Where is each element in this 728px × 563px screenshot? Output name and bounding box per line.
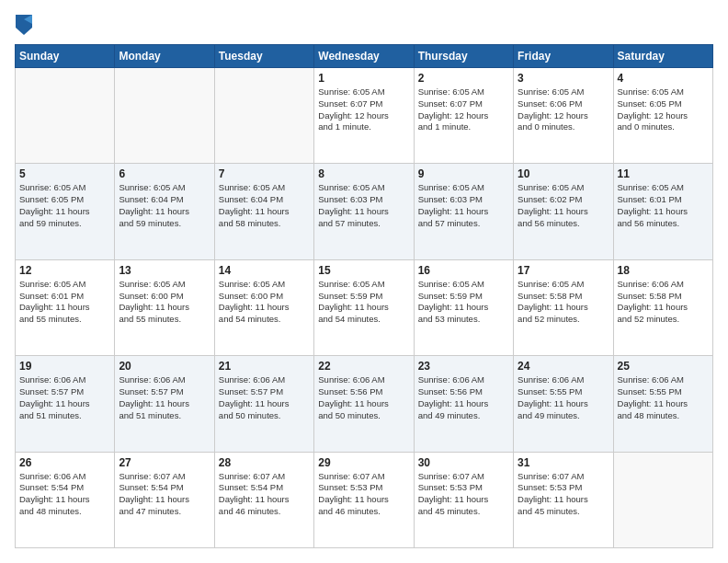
day-info: Sunrise: 6:07 AMSunset: 5:53 PMDaylight:… xyxy=(418,471,509,518)
day-info: Sunrise: 6:05 AMSunset: 6:03 PMDaylight:… xyxy=(418,182,509,229)
day-info: Sunrise: 6:06 AMSunset: 5:57 PMDaylight:… xyxy=(219,374,310,421)
calendar-cell: 28Sunrise: 6:07 AMSunset: 5:54 PMDayligh… xyxy=(214,452,313,547)
calendar-cell: 10Sunrise: 6:05 AMSunset: 6:02 PMDayligh… xyxy=(514,164,613,259)
calendar-cell: 11Sunrise: 6:05 AMSunset: 6:01 PMDayligh… xyxy=(613,164,712,259)
day-number: 29 xyxy=(318,456,409,469)
day-info: Sunrise: 6:05 AMSunset: 6:06 PMDaylight:… xyxy=(518,86,609,133)
day-number: 23 xyxy=(418,360,509,373)
day-info: Sunrise: 6:06 AMSunset: 5:57 PMDaylight:… xyxy=(119,374,210,421)
day-info: Sunrise: 6:06 AMSunset: 5:54 PMDaylight:… xyxy=(19,471,110,518)
calendar-cell: 12Sunrise: 6:05 AMSunset: 6:01 PMDayligh… xyxy=(16,259,115,355)
day-number: 15 xyxy=(318,264,409,277)
day-info: Sunrise: 6:06 AMSunset: 5:56 PMDaylight:… xyxy=(418,374,509,421)
day-number: 8 xyxy=(318,167,409,180)
weekday-header-thursday: Thursday xyxy=(414,45,513,68)
day-info: Sunrise: 6:05 AMSunset: 6:07 PMDaylight:… xyxy=(418,86,509,133)
day-info: Sunrise: 6:05 AMSunset: 6:05 PMDaylight:… xyxy=(618,86,709,133)
calendar-table: SundayMondayTuesdayWednesdayThursdayFrid… xyxy=(15,44,713,548)
day-number: 11 xyxy=(618,167,709,180)
day-info: Sunrise: 6:07 AMSunset: 5:53 PMDaylight:… xyxy=(318,471,409,518)
page: SundayMondayTuesdayWednesdayThursdayFrid… xyxy=(0,0,728,563)
calendar-week-row: 12Sunrise: 6:05 AMSunset: 6:01 PMDayligh… xyxy=(16,259,713,355)
day-info: Sunrise: 6:05 AMSunset: 6:04 PMDaylight:… xyxy=(119,182,210,229)
calendar-week-row: 5Sunrise: 6:05 AMSunset: 6:05 PMDaylight… xyxy=(16,164,713,259)
day-number: 21 xyxy=(219,360,310,373)
day-info: Sunrise: 6:06 AMSunset: 5:56 PMDaylight:… xyxy=(318,374,409,421)
day-number: 16 xyxy=(418,264,509,277)
calendar-cell: 29Sunrise: 6:07 AMSunset: 5:53 PMDayligh… xyxy=(314,452,414,547)
calendar-cell: 6Sunrise: 6:05 AMSunset: 6:04 PMDaylight… xyxy=(115,164,214,259)
weekday-header-monday: Monday xyxy=(115,45,214,68)
calendar-cell: 25Sunrise: 6:06 AMSunset: 5:55 PMDayligh… xyxy=(613,356,712,452)
day-info: Sunrise: 6:07 AMSunset: 5:54 PMDaylight:… xyxy=(119,471,210,518)
calendar-cell: 15Sunrise: 6:05 AMSunset: 5:59 PMDayligh… xyxy=(314,259,414,355)
calendar-cell: 30Sunrise: 6:07 AMSunset: 5:53 PMDayligh… xyxy=(414,452,513,547)
calendar-cell xyxy=(115,68,214,164)
day-info: Sunrise: 6:07 AMSunset: 5:53 PMDaylight:… xyxy=(518,471,609,518)
day-number: 24 xyxy=(518,360,609,373)
day-info: Sunrise: 6:05 AMSunset: 6:01 PMDaylight:… xyxy=(618,182,709,229)
calendar-cell: 31Sunrise: 6:07 AMSunset: 5:53 PMDayligh… xyxy=(514,452,613,547)
calendar-cell xyxy=(16,68,115,164)
day-info: Sunrise: 6:05 AMSunset: 6:00 PMDaylight:… xyxy=(119,279,210,326)
day-number: 4 xyxy=(618,72,709,85)
day-info: Sunrise: 6:06 AMSunset: 5:58 PMDaylight:… xyxy=(618,279,709,326)
day-number: 10 xyxy=(518,167,609,180)
day-number: 12 xyxy=(19,264,110,277)
day-info: Sunrise: 6:05 AMSunset: 5:58 PMDaylight:… xyxy=(518,279,609,326)
calendar-cell: 19Sunrise: 6:06 AMSunset: 5:57 PMDayligh… xyxy=(16,356,115,452)
calendar-cell: 14Sunrise: 6:05 AMSunset: 6:00 PMDayligh… xyxy=(214,259,313,355)
day-info: Sunrise: 6:05 AMSunset: 5:59 PMDaylight:… xyxy=(418,279,509,326)
weekday-header-row: SundayMondayTuesdayWednesdayThursdayFrid… xyxy=(16,45,713,68)
calendar-cell: 4Sunrise: 6:05 AMSunset: 6:05 PMDaylight… xyxy=(613,68,712,164)
calendar-cell: 18Sunrise: 6:06 AMSunset: 5:58 PMDayligh… xyxy=(613,259,712,355)
day-info: Sunrise: 6:06 AMSunset: 5:55 PMDaylight:… xyxy=(618,374,709,421)
calendar-cell: 8Sunrise: 6:05 AMSunset: 6:03 PMDaylight… xyxy=(314,164,414,259)
day-number: 7 xyxy=(219,167,310,180)
day-info: Sunrise: 6:05 AMSunset: 6:07 PMDaylight:… xyxy=(318,86,409,133)
weekday-header-sunday: Sunday xyxy=(16,45,115,68)
weekday-header-tuesday: Tuesday xyxy=(214,45,313,68)
day-number: 6 xyxy=(119,167,210,180)
day-number: 2 xyxy=(418,72,509,85)
logo xyxy=(15,15,32,35)
calendar-cell: 13Sunrise: 6:05 AMSunset: 6:00 PMDayligh… xyxy=(115,259,214,355)
calendar-cell: 9Sunrise: 6:05 AMSunset: 6:03 PMDaylight… xyxy=(414,164,513,259)
day-info: Sunrise: 6:07 AMSunset: 5:54 PMDaylight:… xyxy=(219,471,310,518)
calendar-cell: 3Sunrise: 6:05 AMSunset: 6:06 PMDaylight… xyxy=(514,68,613,164)
day-number: 28 xyxy=(219,456,310,469)
logo-icon xyxy=(16,15,32,35)
day-info: Sunrise: 6:05 AMSunset: 6:04 PMDaylight:… xyxy=(219,182,310,229)
day-number: 25 xyxy=(618,360,709,373)
day-number: 31 xyxy=(518,456,609,469)
day-number: 17 xyxy=(518,264,609,277)
calendar-cell xyxy=(613,452,712,547)
calendar-cell: 24Sunrise: 6:06 AMSunset: 5:55 PMDayligh… xyxy=(514,356,613,452)
day-number: 3 xyxy=(518,72,609,85)
day-number: 1 xyxy=(318,72,409,85)
day-info: Sunrise: 6:05 AMSunset: 6:01 PMDaylight:… xyxy=(19,279,110,326)
weekday-header-saturday: Saturday xyxy=(613,45,712,68)
calendar-cell: 20Sunrise: 6:06 AMSunset: 5:57 PMDayligh… xyxy=(115,356,214,452)
weekday-header-wednesday: Wednesday xyxy=(314,45,414,68)
calendar-cell: 21Sunrise: 6:06 AMSunset: 5:57 PMDayligh… xyxy=(214,356,313,452)
calendar-week-row: 26Sunrise: 6:06 AMSunset: 5:54 PMDayligh… xyxy=(16,452,713,547)
day-number: 18 xyxy=(618,264,709,277)
calendar-cell: 26Sunrise: 6:06 AMSunset: 5:54 PMDayligh… xyxy=(16,452,115,547)
day-number: 30 xyxy=(418,456,509,469)
day-number: 26 xyxy=(19,456,110,469)
calendar-cell: 27Sunrise: 6:07 AMSunset: 5:54 PMDayligh… xyxy=(115,452,214,547)
calendar-cell: 17Sunrise: 6:05 AMSunset: 5:58 PMDayligh… xyxy=(514,259,613,355)
header xyxy=(15,15,713,35)
calendar-cell: 22Sunrise: 6:06 AMSunset: 5:56 PMDayligh… xyxy=(314,356,414,452)
calendar-cell: 5Sunrise: 6:05 AMSunset: 6:05 PMDaylight… xyxy=(16,164,115,259)
calendar-cell: 7Sunrise: 6:05 AMSunset: 6:04 PMDaylight… xyxy=(214,164,313,259)
day-number: 9 xyxy=(418,167,509,180)
day-number: 13 xyxy=(119,264,210,277)
day-number: 20 xyxy=(119,360,210,373)
calendar-cell xyxy=(214,68,313,164)
day-number: 14 xyxy=(219,264,310,277)
day-number: 27 xyxy=(119,456,210,469)
day-info: Sunrise: 6:06 AMSunset: 5:57 PMDaylight:… xyxy=(19,374,110,421)
day-info: Sunrise: 6:05 AMSunset: 6:05 PMDaylight:… xyxy=(19,182,110,229)
